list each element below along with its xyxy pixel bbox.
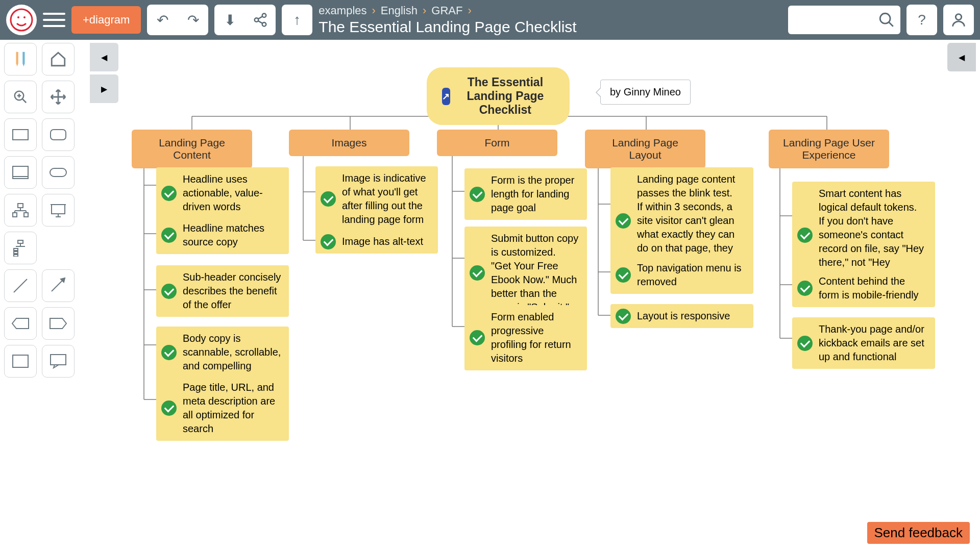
svg-point-3 xyxy=(262,14,266,18)
item-text: Submit button copy is customized. "Get Y… xyxy=(491,233,578,313)
item-text: Top navigation menu is removed xyxy=(637,262,742,287)
item-text: Content behind the form is mobile-friend… xyxy=(819,276,919,300)
checklist-item[interactable]: Image is indicative of what you'll get a… xyxy=(315,166,438,232)
check-icon xyxy=(470,330,485,345)
svg-point-2 xyxy=(23,16,26,18)
checklist-item[interactable]: Headline matches source copy xyxy=(156,216,289,254)
check-icon xyxy=(161,186,177,201)
root-node[interactable]: ↗ The Essential Landing Page Checklist xyxy=(427,67,570,125)
item-text: Landing page content passes the blink te… xyxy=(637,173,735,267)
svg-point-6 xyxy=(880,13,890,23)
share-button[interactable] xyxy=(245,5,276,35)
shape-tree[interactable] xyxy=(4,232,37,264)
svg-rect-10 xyxy=(51,130,66,140)
expand-icon[interactable]: ↗ xyxy=(442,88,450,105)
checklist-item[interactable]: Image has alt-text xyxy=(315,230,438,254)
svg-rect-11 xyxy=(13,166,28,177)
svg-point-1 xyxy=(17,16,19,18)
menu-icon[interactable] xyxy=(43,9,65,31)
svg-rect-21 xyxy=(13,355,28,367)
checklist-item[interactable]: Form enabled progressive profiling for r… xyxy=(464,305,587,370)
author-callout[interactable]: by Ginny Mineo xyxy=(600,80,691,105)
item-text: Layout is responsive xyxy=(637,310,730,321)
checklist-item[interactable]: Form is the proper length for landing pa… xyxy=(464,168,587,220)
shape-tag-left[interactable] xyxy=(4,307,37,340)
svg-rect-22 xyxy=(51,355,66,365)
check-icon xyxy=(161,228,177,243)
breadcrumb: examples› English› GRAF› xyxy=(318,4,782,17)
shape-note[interactable] xyxy=(4,345,37,378)
checklist-item[interactable]: Top navigation menu is removed xyxy=(610,256,753,294)
feedback-button[interactable]: Send feedback xyxy=(867,522,970,544)
breadcrumb-item[interactable]: GRAF xyxy=(431,4,462,17)
item-text: Sub-header concisely describes the benef… xyxy=(183,271,281,310)
page-title: The Essential Landing Page Checklist xyxy=(318,18,782,36)
svg-point-4 xyxy=(255,18,259,22)
check-icon xyxy=(797,228,813,243)
check-icon xyxy=(161,400,177,416)
check-icon xyxy=(321,234,336,249)
check-icon xyxy=(161,345,177,360)
check-icon xyxy=(616,309,631,324)
shape-roundrect[interactable] xyxy=(42,118,75,151)
branch-header[interactable]: Images xyxy=(289,130,409,156)
shape-pill[interactable] xyxy=(42,156,75,189)
branch-header[interactable]: Landing Page User Experience xyxy=(769,130,889,168)
checklist-item[interactable]: Page title, URL, and meta description ar… xyxy=(156,375,289,441)
check-icon xyxy=(797,281,813,296)
branch-header[interactable]: Form xyxy=(437,130,557,156)
svg-rect-18 xyxy=(14,248,18,251)
help-button[interactable]: ? xyxy=(906,5,937,35)
branch-header[interactable]: Landing Page Content xyxy=(132,130,252,168)
check-icon xyxy=(161,284,177,299)
shape-org[interactable] xyxy=(4,194,37,227)
shape-rect[interactable] xyxy=(4,118,37,151)
checklist-item[interactable]: Headline uses actionable, value-driven w… xyxy=(156,167,289,219)
item-text: Form enabled progressive profiling for r… xyxy=(491,311,571,364)
redo-button[interactable]: ↷ xyxy=(178,5,208,35)
shape-tag-right[interactable] xyxy=(42,307,75,340)
svg-point-7 xyxy=(955,14,961,20)
svg-point-0 xyxy=(11,9,32,31)
check-icon xyxy=(616,267,631,283)
shape-comment[interactable] xyxy=(42,345,75,378)
home-icon[interactable] xyxy=(42,43,75,76)
svg-rect-19 xyxy=(14,252,18,254)
shape-presentation[interactable] xyxy=(42,194,75,227)
checklist-item[interactable]: Content behind the form is mobile-friend… xyxy=(792,269,935,307)
checklist-item[interactable]: Thank-you page and/or kickback emails ar… xyxy=(792,317,935,369)
breadcrumb-item[interactable]: examples xyxy=(318,4,366,17)
undo-button[interactable]: ↶ xyxy=(147,5,178,35)
item-text: Page title, URL, and meta description ar… xyxy=(183,382,275,434)
profile-button[interactable] xyxy=(943,5,974,35)
svg-rect-12 xyxy=(50,168,66,177)
svg-rect-14 xyxy=(13,213,17,217)
svg-point-5 xyxy=(262,22,266,27)
item-text: Image has alt-text xyxy=(342,236,423,247)
svg-rect-13 xyxy=(18,204,23,208)
svg-rect-15 xyxy=(24,213,28,217)
breadcrumb-item[interactable]: English xyxy=(381,4,418,17)
zoom-icon[interactable] xyxy=(4,81,37,113)
item-text: Smart content has logical default tokens… xyxy=(819,188,924,282)
new-diagram-button[interactable]: +diagram xyxy=(71,6,141,34)
search-input[interactable] xyxy=(788,6,900,34)
shape-line[interactable] xyxy=(4,269,37,302)
shape-palette xyxy=(4,43,81,378)
pan-icon[interactable] xyxy=(42,81,75,113)
title-area: examples› English› GRAF› The Essential L… xyxy=(318,4,782,36)
checklist-item[interactable]: Sub-header concisely describes the benef… xyxy=(156,265,289,317)
item-text: Headline matches source copy xyxy=(183,222,264,247)
pencils-icon[interactable] xyxy=(4,43,37,76)
checklist-item[interactable]: Body copy is scannable, scrollable, and … xyxy=(156,327,289,378)
app-logo[interactable] xyxy=(6,5,37,35)
shape-arrow-line[interactable] xyxy=(42,269,75,302)
branch-header[interactable]: Landing Page Layout xyxy=(585,130,705,168)
diagram-canvas[interactable]: ↗ The Essential Landing Page Checklist b… xyxy=(90,40,980,551)
upload-button[interactable]: ↑ xyxy=(282,5,312,35)
check-icon xyxy=(616,213,631,229)
shape-card[interactable] xyxy=(4,156,37,189)
checklist-item[interactable]: Layout is responsive xyxy=(610,304,753,328)
top-toolbar: +diagram ↶ ↷ ⬇ ↑ examples› English› GRAF… xyxy=(0,0,980,40)
download-button[interactable]: ⬇ xyxy=(214,5,245,35)
